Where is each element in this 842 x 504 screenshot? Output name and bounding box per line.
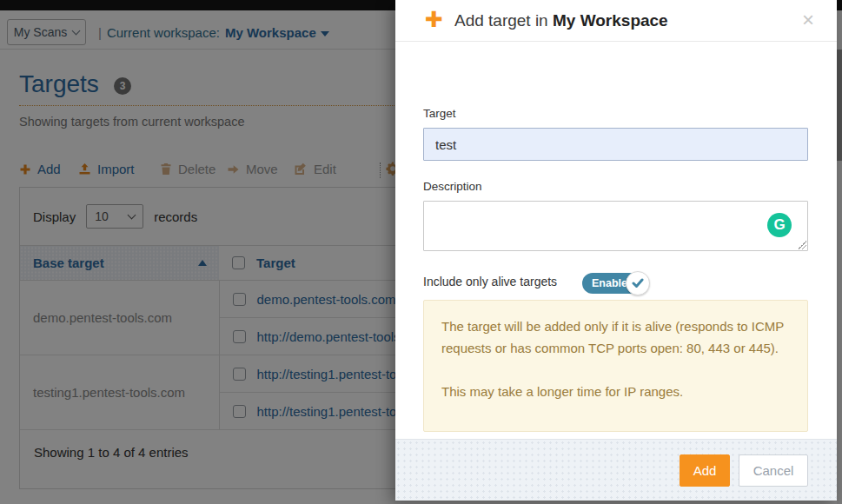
description-field-wrap: G (423, 201, 808, 251)
cancel-button[interactable]: Cancel (739, 454, 808, 487)
plus-icon: ✚ (425, 10, 443, 28)
grammarly-icon[interactable]: G (767, 213, 792, 237)
alive-toggle[interactable]: Enabled (582, 273, 650, 294)
app-window: My Scans | Current workspace: My Workspa… (0, 0, 842, 504)
add-target-modal: ✚ Add target in My Workspace × Target De… (395, 0, 837, 501)
modal-footer: Add Cancel (395, 439, 837, 501)
resize-grip-icon[interactable] (798, 241, 806, 249)
add-submit-button[interactable]: Add (680, 454, 730, 487)
check-icon (632, 278, 644, 288)
description-field-label: Description (423, 180, 482, 193)
warning-paragraph: The target will be added only if it is a… (441, 315, 790, 359)
description-textarea[interactable] (423, 201, 808, 251)
alive-warning-note: The target will be added only if it is a… (423, 300, 808, 432)
alive-targets-label: Include only alive targets (423, 275, 557, 288)
modal-body: Target Description G Include only alive … (395, 42, 837, 439)
modal-title-workspace: My Workspace (553, 11, 668, 30)
modal-header: ✚ Add target in My Workspace × (395, 0, 837, 42)
modal-title-prefix: Add target in (454, 11, 548, 30)
target-field-label: Target (423, 107, 456, 120)
toggle-knob[interactable] (626, 271, 650, 295)
close-icon[interactable]: × (802, 10, 814, 30)
warning-paragraph: This may take a longer time for IP range… (441, 381, 790, 402)
target-input[interactable] (423, 128, 808, 161)
modal-title: Add target in My Workspace (454, 11, 668, 30)
